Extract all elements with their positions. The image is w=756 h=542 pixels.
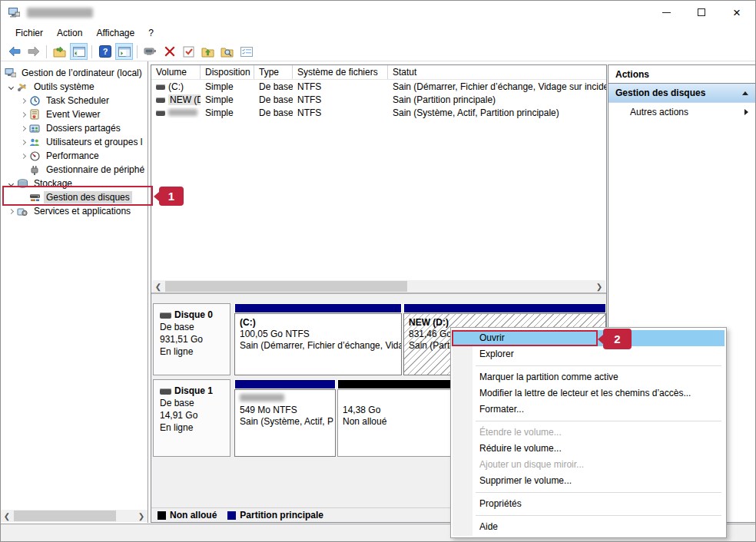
close-button[interactable]: × — [719, 1, 754, 24]
checklist-icon[interactable] — [180, 43, 197, 60]
sidebar-item-event-viewer[interactable]: ! Event Viewer — [1, 107, 148, 121]
volume-fs: NTFS — [293, 94, 388, 105]
menu-item-supprimer-volume[interactable]: Supprimer le volume... — [453, 473, 724, 489]
menu-separator — [476, 492, 721, 493]
column-header-volume[interactable]: Volume — [151, 65, 201, 79]
actions-item-label: Autres actions — [630, 107, 688, 117]
menu-help[interactable]: ? — [141, 25, 161, 41]
folder-search-icon[interactable] — [218, 43, 236, 60]
volume-row-new-d[interactable]: NEW (D:) Simple De base NTFS Sain (Parti… — [151, 93, 606, 106]
disk-status: En ligne — [160, 345, 230, 358]
actions-group-gestion-des-disques[interactable]: Gestion des disques — [608, 84, 755, 103]
toolbar: ? — [1, 42, 755, 61]
computer-icon — [4, 68, 16, 78]
chevron-collapsed-icon[interactable] — [18, 99, 28, 103]
sidebar-item-computer-management[interactable]: Gestion de l’ordinateur (local) — [1, 66, 148, 80]
display-icon[interactable] — [141, 43, 159, 60]
scrollbar-thumb[interactable] — [165, 281, 407, 292]
volume-fs: NTFS — [293, 81, 388, 92]
toolbar-separator — [137, 45, 138, 58]
tree-horizontal-scrollbar[interactable]: ❮ ❯ — [1, 510, 148, 522]
sidebar-item-stockage[interactable]: Stockage — [1, 177, 148, 190]
actions-item-autres-actions[interactable]: Autres actions — [608, 103, 755, 121]
scroll-right-icon[interactable]: ❯ — [135, 510, 148, 522]
folder-up-icon[interactable] — [199, 43, 217, 60]
column-header-type[interactable]: Type — [254, 65, 293, 79]
scroll-left-icon[interactable]: ❮ — [152, 280, 164, 292]
chevron-collapsed-icon[interactable] — [18, 127, 28, 131]
chevron-expanded-icon[interactable] — [5, 85, 16, 89]
chevron-collapsed-icon[interactable] — [18, 113, 28, 117]
legend-label: Partition principale — [240, 510, 323, 521]
volume-row-redacted[interactable]: Simple De base NTFS Sain (Système, Actif… — [151, 106, 606, 119]
maximize-button[interactable] — [684, 1, 719, 24]
collapse-icon[interactable] — [742, 91, 748, 95]
menu-item-aide[interactable]: Aide — [453, 519, 724, 535]
volume-disposition: Simple — [201, 94, 254, 105]
callout-badge-2: 2 — [603, 329, 632, 349]
menu-item-modifier-lettre-lecteur[interactable]: Modifier la lettre de lecteur et les che… — [453, 385, 724, 402]
column-header-disposition[interactable]: Disposition — [201, 65, 254, 79]
window-title-redacted — [27, 8, 93, 18]
submenu-arrow-icon — [744, 109, 748, 115]
volume-list-horizontal-scrollbar[interactable]: ❮ ❯ — [152, 280, 605, 292]
menu-affichage[interactable]: Affichage — [89, 25, 141, 41]
menu-item-marquer-partition-active[interactable]: Marquer la partition comme active — [453, 369, 724, 385]
console-tree-toggle-icon[interactable] — [70, 43, 88, 60]
sidebar-item-label: Dossiers partagés — [44, 122, 123, 134]
sidebar-item-utilisateurs-groupes[interactable]: Utilisateurs et groupes l — [1, 135, 148, 149]
sidebar-item-label: Stockage — [32, 177, 75, 190]
clock-icon — [28, 95, 41, 106]
disk-icon — [160, 388, 171, 395]
column-header-fs[interactable]: Système de fichiers — [293, 65, 388, 79]
sidebar-item-label: Services et applications — [32, 205, 133, 217]
properties-icon[interactable] — [237, 43, 255, 60]
action-pane-toggle-icon[interactable] — [115, 43, 133, 60]
disk-icon — [160, 312, 171, 319]
sidebar-item-outils-systeme[interactable]: Outils système — [1, 80, 148, 94]
scroll-left-icon[interactable]: ❮ — [1, 510, 13, 522]
disk-name: Disque 0 — [174, 309, 213, 320]
chevron-collapsed-icon[interactable] — [18, 154, 28, 158]
sidebar-item-gestionnaire-peripheriques[interactable]: Gestionnaire de périphé — [1, 163, 148, 177]
volume-icon — [156, 84, 165, 90]
sidebar-item-dossiers-partages[interactable]: Dossiers partagés — [1, 121, 148, 135]
disk-0-label[interactable]: Disque 0 De base 931,51 Go En ligne — [153, 303, 230, 375]
sidebar-item-services-applications[interactable]: Services et applications — [1, 204, 148, 218]
menu-action[interactable]: Action — [50, 25, 89, 41]
sidebar-item-gestion-des-disques[interactable]: Gestion des disques — [1, 190, 148, 204]
menu-item-reduire-volume[interactable]: Réduire le volume... — [453, 441, 724, 457]
help-icon[interactable]: ? — [96, 43, 114, 60]
app-icon — [8, 6, 20, 18]
folder-export-icon[interactable] — [51, 43, 68, 60]
partition-system-redacted[interactable]: 549 Mo NTFS Sain (Système, Actif, P — [234, 379, 336, 457]
svg-text:!: ! — [34, 115, 35, 118]
unallocated-swatch — [158, 511, 166, 520]
menu-item-explorer[interactable]: Explorer — [453, 346, 724, 362]
disk-1-label[interactable]: Disque 1 De base 14,91 Go En ligne — [153, 379, 230, 457]
scrollbar-thumb[interactable] — [14, 511, 116, 521]
chevron-collapsed-icon[interactable] — [5, 210, 16, 213]
column-header-statut[interactable]: Statut — [388, 65, 606, 79]
menu-item-proprietes[interactable]: Propriétés — [453, 496, 724, 512]
menu-item-ouvrir[interactable]: Ouvrir — [453, 330, 724, 346]
menu-item-formater[interactable]: Formater... — [453, 402, 724, 418]
volume-row-c[interactable]: (C:) Simple De base NTFS Sain (Démarrer,… — [151, 80, 606, 93]
delete-icon[interactable] — [161, 43, 178, 60]
forward-icon[interactable] — [25, 43, 42, 60]
menu-fichier[interactable]: Fichier — [8, 25, 50, 41]
sidebar-item-label: Gestion de l’ordinateur (local) — [19, 67, 144, 79]
chevron-expanded-icon[interactable] — [5, 182, 16, 186]
sidebar-item-task-scheduler[interactable]: Task Scheduler — [1, 94, 148, 107]
partition-c[interactable]: (C:) 100,05 Go NTFS Sain (Démarrer, Fich… — [234, 303, 402, 375]
back-icon[interactable] — [5, 43, 23, 60]
menu-bar: Fichier Action Affichage ? — [1, 24, 755, 42]
scroll-right-icon[interactable]: ❯ — [593, 280, 605, 292]
disk-status: En ligne — [160, 421, 230, 434]
minimize-button[interactable] — [648, 1, 684, 24]
volume-icon — [156, 111, 165, 116]
partition-size: 100,05 Go NTFS — [240, 329, 396, 340]
chevron-collapsed-icon[interactable] — [18, 140, 28, 144]
volume-name: (C:) — [168, 81, 184, 92]
sidebar-item-performance[interactable]: Performance — [1, 149, 148, 163]
